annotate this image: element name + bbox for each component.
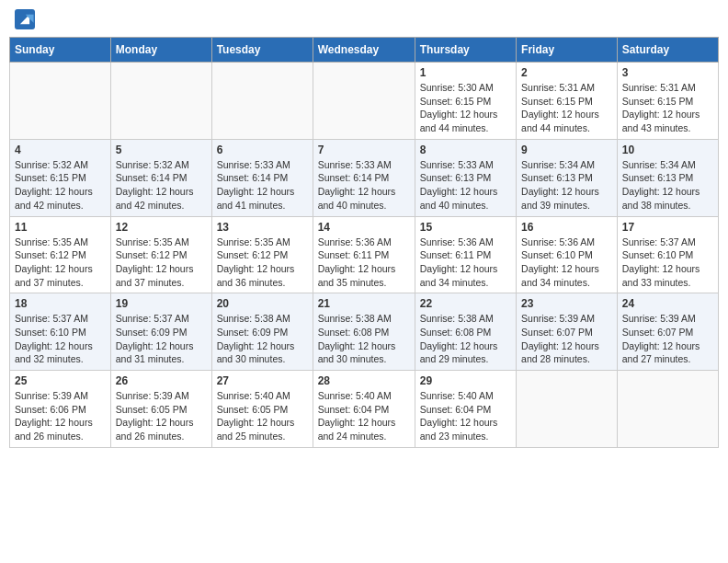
day-info: Sunrise: 5:35 AMSunset: 6:12 PMDaylight:… [217, 236, 308, 290]
day-number: 26 [116, 374, 207, 387]
calendar-cell: 13Sunrise: 5:35 AMSunset: 6:12 PMDayligh… [211, 216, 313, 293]
day-number: 22 [420, 297, 511, 310]
day-number: 11 [15, 221, 106, 234]
day-number: 24 [622, 297, 713, 310]
day-number: 16 [521, 221, 612, 234]
calendar-cell: 16Sunrise: 5:36 AMSunset: 6:10 PMDayligh… [517, 216, 618, 293]
calendar-cell: 25Sunrise: 5:39 AMSunset: 6:06 PMDayligh… [10, 371, 111, 448]
day-info: Sunrise: 5:34 AMSunset: 6:13 PMDaylight:… [521, 158, 612, 213]
day-number: 17 [622, 221, 713, 234]
day-info: Sunrise: 5:35 AMSunset: 6:12 PMDaylight:… [116, 236, 207, 290]
calendar-cell: 9Sunrise: 5:34 AMSunset: 6:13 PMDaylight… [517, 139, 618, 216]
calendar-week-row: 18Sunrise: 5:37 AMSunset: 6:10 PMDayligh… [10, 293, 719, 371]
calendar-table: SundayMondayTuesdayWednesdayThursdayFrid… [9, 37, 719, 448]
weekday-header-tuesday: Tuesday [211, 38, 313, 63]
calendar-cell: 7Sunrise: 5:33 AMSunset: 6:14 PMDaylight… [313, 139, 415, 216]
calendar-cell: 18Sunrise: 5:37 AMSunset: 6:10 PMDayligh… [10, 293, 111, 371]
page-header [9, 9, 719, 29]
day-info: Sunrise: 5:30 AMSunset: 6:15 PMDaylight:… [420, 81, 511, 135]
calendar-cell [617, 371, 718, 448]
day-number: 8 [420, 144, 511, 156]
day-number: 10 [622, 144, 713, 156]
day-number: 12 [116, 221, 207, 234]
day-number: 25 [15, 374, 106, 387]
day-number: 1 [420, 66, 511, 79]
calendar-week-row: 1Sunrise: 5:30 AMSunset: 6:15 PMDaylight… [10, 63, 719, 140]
day-info: Sunrise: 5:31 AMSunset: 6:15 PMDaylight:… [521, 81, 612, 135]
weekday-header-friday: Friday [517, 38, 618, 63]
calendar-cell: 21Sunrise: 5:38 AMSunset: 6:08 PMDayligh… [313, 293, 415, 371]
calendar-cell: 11Sunrise: 5:35 AMSunset: 6:12 PMDayligh… [10, 216, 111, 293]
day-number: 27 [217, 374, 308, 387]
calendar-cell: 27Sunrise: 5:40 AMSunset: 6:05 PMDayligh… [211, 371, 313, 448]
day-number: 29 [420, 374, 511, 387]
day-info: Sunrise: 5:36 AMSunset: 6:10 PMDaylight:… [521, 236, 612, 290]
day-info: Sunrise: 5:40 AMSunset: 6:04 PMDaylight:… [420, 389, 511, 443]
day-number: 15 [420, 221, 511, 234]
day-info: Sunrise: 5:36 AMSunset: 6:11 PMDaylight:… [420, 236, 511, 290]
calendar-cell: 19Sunrise: 5:37 AMSunset: 6:09 PMDayligh… [110, 293, 211, 371]
day-number: 3 [622, 66, 713, 79]
calendar-cell: 10Sunrise: 5:34 AMSunset: 6:13 PMDayligh… [617, 139, 718, 216]
day-number: 13 [217, 221, 308, 234]
day-info: Sunrise: 5:40 AMSunset: 6:05 PMDaylight:… [217, 389, 308, 443]
calendar-header-row: SundayMondayTuesdayWednesdayThursdayFrid… [10, 38, 719, 63]
day-number: 9 [521, 144, 612, 156]
day-number: 21 [318, 297, 410, 310]
calendar-cell: 20Sunrise: 5:38 AMSunset: 6:09 PMDayligh… [211, 293, 313, 371]
day-number: 6 [217, 144, 308, 156]
day-info: Sunrise: 5:36 AMSunset: 6:11 PMDaylight:… [318, 236, 410, 290]
calendar-cell: 5Sunrise: 5:32 AMSunset: 6:14 PMDaylight… [110, 139, 211, 216]
calendar-cell: 24Sunrise: 5:39 AMSunset: 6:07 PMDayligh… [617, 293, 718, 371]
calendar-body: 1Sunrise: 5:30 AMSunset: 6:15 PMDaylight… [10, 63, 719, 448]
day-info: Sunrise: 5:39 AMSunset: 6:05 PMDaylight:… [116, 389, 207, 443]
calendar-cell: 1Sunrise: 5:30 AMSunset: 6:15 PMDaylight… [415, 63, 516, 140]
calendar-cell: 22Sunrise: 5:38 AMSunset: 6:08 PMDayligh… [415, 293, 516, 371]
calendar-week-row: 4Sunrise: 5:32 AMSunset: 6:15 PMDaylight… [10, 139, 719, 216]
weekday-header-monday: Monday [110, 38, 211, 63]
calendar-cell: 14Sunrise: 5:36 AMSunset: 6:11 PMDayligh… [313, 216, 415, 293]
day-info: Sunrise: 5:39 AMSunset: 6:07 PMDaylight:… [521, 312, 612, 366]
day-number: 23 [521, 297, 612, 310]
day-info: Sunrise: 5:35 AMSunset: 6:12 PMDaylight:… [15, 236, 106, 290]
calendar-cell: 26Sunrise: 5:39 AMSunset: 6:05 PMDayligh… [110, 371, 211, 448]
day-number: 28 [318, 374, 410, 387]
calendar-cell [10, 63, 111, 140]
day-info: Sunrise: 5:38 AMSunset: 6:08 PMDaylight:… [420, 312, 511, 366]
calendar-week-row: 11Sunrise: 5:35 AMSunset: 6:12 PMDayligh… [10, 216, 719, 293]
calendar-cell: 8Sunrise: 5:33 AMSunset: 6:13 PMDaylight… [415, 139, 516, 216]
weekday-header-sunday: Sunday [10, 38, 111, 63]
day-number: 20 [217, 297, 308, 310]
weekday-header-thursday: Thursday [415, 38, 516, 63]
calendar-cell: 4Sunrise: 5:32 AMSunset: 6:15 PMDaylight… [10, 139, 111, 216]
calendar-week-row: 25Sunrise: 5:39 AMSunset: 6:06 PMDayligh… [10, 371, 719, 448]
weekday-header-wednesday: Wednesday [313, 38, 415, 63]
calendar-cell: 23Sunrise: 5:39 AMSunset: 6:07 PMDayligh… [517, 293, 618, 371]
weekday-header-saturday: Saturday [617, 38, 718, 63]
day-number: 18 [15, 297, 106, 310]
day-info: Sunrise: 5:37 AMSunset: 6:10 PMDaylight:… [622, 236, 713, 290]
day-number: 14 [318, 221, 410, 234]
logo [13, 9, 37, 29]
day-info: Sunrise: 5:32 AMSunset: 6:15 PMDaylight:… [15, 158, 106, 213]
calendar-cell [110, 63, 211, 140]
day-info: Sunrise: 5:40 AMSunset: 6:04 PMDaylight:… [318, 389, 410, 443]
calendar-cell: 12Sunrise: 5:35 AMSunset: 6:12 PMDayligh… [110, 216, 211, 293]
day-info: Sunrise: 5:33 AMSunset: 6:14 PMDaylight:… [217, 158, 308, 213]
day-number: 7 [318, 144, 410, 156]
calendar-cell: 2Sunrise: 5:31 AMSunset: 6:15 PMDaylight… [517, 63, 618, 140]
calendar-cell [517, 371, 618, 448]
calendar-cell: 15Sunrise: 5:36 AMSunset: 6:11 PMDayligh… [415, 216, 516, 293]
calendar-cell [211, 63, 313, 140]
day-info: Sunrise: 5:38 AMSunset: 6:08 PMDaylight:… [318, 312, 410, 366]
day-info: Sunrise: 5:37 AMSunset: 6:09 PMDaylight:… [116, 312, 207, 366]
calendar-cell [313, 63, 415, 140]
calendar-cell: 17Sunrise: 5:37 AMSunset: 6:10 PMDayligh… [617, 216, 718, 293]
day-info: Sunrise: 5:34 AMSunset: 6:13 PMDaylight:… [622, 158, 713, 213]
day-info: Sunrise: 5:32 AMSunset: 6:14 PMDaylight:… [116, 158, 207, 213]
day-number: 19 [116, 297, 207, 310]
day-info: Sunrise: 5:38 AMSunset: 6:09 PMDaylight:… [217, 312, 308, 366]
day-number: 2 [521, 66, 612, 79]
day-info: Sunrise: 5:37 AMSunset: 6:10 PMDaylight:… [15, 312, 106, 366]
calendar-cell: 6Sunrise: 5:33 AMSunset: 6:14 PMDaylight… [211, 139, 313, 216]
